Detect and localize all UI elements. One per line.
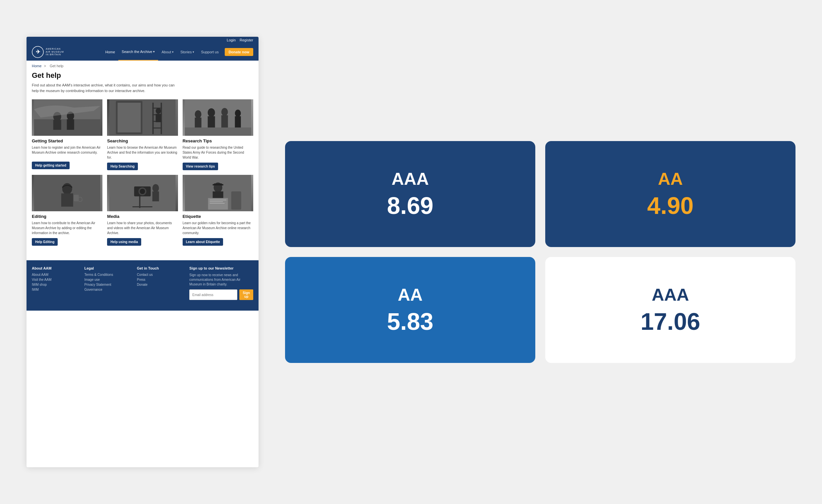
- footer-col1-title: About AAM: [32, 266, 80, 270]
- main-nav: ✈ AMERICAN AIR MUSEUM IN BRITAIN Home Se…: [26, 43, 259, 61]
- footer-link-shop[interactable]: IWM shop: [32, 283, 80, 286]
- contrast-card-1: AAA 8.69: [285, 141, 535, 247]
- svg-rect-49: [213, 184, 223, 185]
- card-getting-started: Getting Started Learn how to register an…: [32, 99, 102, 170]
- card-image-1: [32, 99, 102, 136]
- card-btn-1[interactable]: Help getting started: [32, 162, 70, 169]
- svg-point-17: [156, 108, 161, 114]
- svg-rect-21: [194, 118, 201, 127]
- svg-point-24: [221, 108, 228, 116]
- svg-rect-28: [184, 127, 251, 136]
- card-btn-3[interactable]: View research tips: [182, 163, 219, 170]
- stories-chevron: ▾: [192, 50, 194, 54]
- contrast-score-1: 8.69: [387, 192, 433, 219]
- card-desc-6: Learn our golden rules for becoming a pa…: [182, 221, 253, 235]
- svg-rect-45: [210, 200, 226, 200]
- svg-point-20: [194, 110, 201, 118]
- footer-link-press[interactable]: Press: [137, 278, 185, 281]
- footer-link-iwm[interactable]: IWM: [32, 288, 80, 291]
- nav-stories[interactable]: Stories ▾: [177, 43, 197, 61]
- card-btn-5[interactable]: Help using media: [107, 238, 141, 246]
- login-link[interactable]: Login: [227, 38, 236, 42]
- card-btn-2[interactable]: Help Searching: [107, 163, 138, 170]
- donate-button[interactable]: Donate now: [225, 48, 253, 56]
- logo-icon: ✈: [32, 46, 44, 58]
- footer-col-newsletter: Sign up to our Newsletter Sign up now to…: [189, 266, 253, 300]
- search-archive-chevron: ▾: [153, 50, 155, 53]
- card-title-6: Etiquette: [182, 214, 253, 219]
- svg-text:✈: ✈: [36, 49, 40, 55]
- card-btn-6[interactable]: Learn about Etiquette: [182, 238, 224, 246]
- card-title-1: Getting Started: [32, 138, 102, 143]
- logo-text: AMERICAN AIR MUSEUM IN BRITAIN: [46, 48, 64, 56]
- svg-rect-50: [231, 191, 241, 210]
- breadcrumb-current: Get help: [50, 64, 64, 68]
- card-title-5: Media: [107, 214, 178, 219]
- nav-search-archive[interactable]: Search the Archive ▾: [118, 43, 158, 61]
- breadcrumb-separator: >: [44, 64, 46, 68]
- nav-about[interactable]: About ▾: [158, 43, 177, 61]
- contrast-card-4: AAA 17.06: [545, 257, 796, 363]
- footer-link-governance[interactable]: Governance: [84, 288, 132, 291]
- card-desc-3: Read our guide to researching the United…: [182, 145, 253, 160]
- website-mockup: Login Register ✈ AMERICAN AIR MUSEUM IN …: [26, 37, 259, 467]
- contrast-card-3: AA 5.83: [285, 257, 535, 363]
- newsletter-email-input[interactable]: [189, 289, 237, 300]
- footer-link-about-aam[interactable]: About AAM: [32, 273, 80, 277]
- footer-col-contact: Get in Touch Contact us Press Donate: [137, 266, 185, 300]
- nav-links: Home Search the Archive ▾ About ▾ Storie…: [102, 43, 253, 61]
- page-wrapper: Login Register ✈ AMERICAN AIR MUSEUM IN …: [0, 0, 822, 504]
- footer-link-contact[interactable]: Contact us: [137, 273, 185, 277]
- card-image-6: [182, 175, 253, 211]
- footer-col2-title: Legal: [84, 266, 132, 270]
- cards-grid-row1: Getting Started Learn how to register an…: [32, 99, 253, 170]
- footer-col3-title: Get in Touch: [137, 266, 185, 270]
- card-image-3: [182, 99, 253, 136]
- footer-col-legal: Legal Terms & Conditions Image use Priva…: [84, 266, 132, 300]
- contrast-card-2: AA 4.90: [545, 141, 796, 247]
- svg-point-39: [152, 184, 159, 192]
- svg-rect-18: [156, 114, 161, 122]
- footer-link-donate[interactable]: Donate: [137, 283, 185, 286]
- svg-point-26: [235, 110, 241, 117]
- page-title: Get help: [32, 71, 253, 80]
- breadcrumb-home[interactable]: Home: [32, 64, 41, 68]
- footer-link-visit[interactable]: Visit the AAM: [32, 278, 80, 281]
- contrast-score-4: 17.06: [641, 308, 700, 335]
- card-desc-4: Learn how to contribute to the American …: [32, 221, 102, 235]
- contrast-badge-3: AA: [398, 285, 423, 305]
- svg-rect-11: [152, 103, 154, 134]
- card-title-3: Research Tips: [182, 138, 253, 143]
- newsletter-form: Sign up: [189, 289, 253, 300]
- logo[interactable]: ✈ AMERICAN AIR MUSEUM IN BRITAIN: [32, 46, 64, 58]
- footer-link-image[interactable]: Image use: [84, 278, 132, 281]
- card-image-5: [107, 175, 178, 211]
- svg-rect-10: [118, 103, 141, 132]
- svg-point-38: [140, 189, 145, 194]
- svg-rect-25: [221, 115, 228, 128]
- card-searching: Searching Learn how to browse the Americ…: [107, 99, 178, 170]
- footer-link-privacy[interactable]: Privacy Statement: [84, 283, 132, 286]
- register-link[interactable]: Register: [240, 38, 253, 42]
- cards-grid-row2: Editing Learn how to contribute to the A…: [32, 175, 253, 246]
- about-chevron: ▾: [172, 50, 174, 54]
- card-title-4: Editing: [32, 214, 102, 219]
- contrast-badge-4: AAA: [652, 285, 689, 305]
- newsletter-submit-button[interactable]: Sign up: [239, 289, 253, 300]
- breadcrumb: Home > Get help: [26, 61, 259, 71]
- footer-link-terms[interactable]: Terms & Conditions: [84, 273, 132, 277]
- site-footer: About AAM About AAM Visit the AAM IWM sh…: [26, 260, 259, 311]
- card-media: Media Learn how to share your photos, do…: [107, 175, 178, 246]
- card-btn-4[interactable]: Help Editing: [32, 238, 58, 246]
- card-research: Research Tips Read our guide to research…: [182, 99, 253, 170]
- contrast-score-3: 5.83: [387, 308, 433, 335]
- svg-rect-46: [210, 201, 223, 202]
- nav-home[interactable]: Home: [102, 43, 118, 61]
- nav-support[interactable]: Support us: [197, 43, 222, 61]
- card-image-2: [107, 99, 178, 136]
- card-image-4: [32, 175, 102, 211]
- svg-rect-35: [132, 206, 152, 207]
- svg-rect-16: [152, 127, 162, 128]
- svg-rect-31: [61, 193, 73, 207]
- footer-col4-title: Sign up to our Newsletter: [189, 266, 253, 270]
